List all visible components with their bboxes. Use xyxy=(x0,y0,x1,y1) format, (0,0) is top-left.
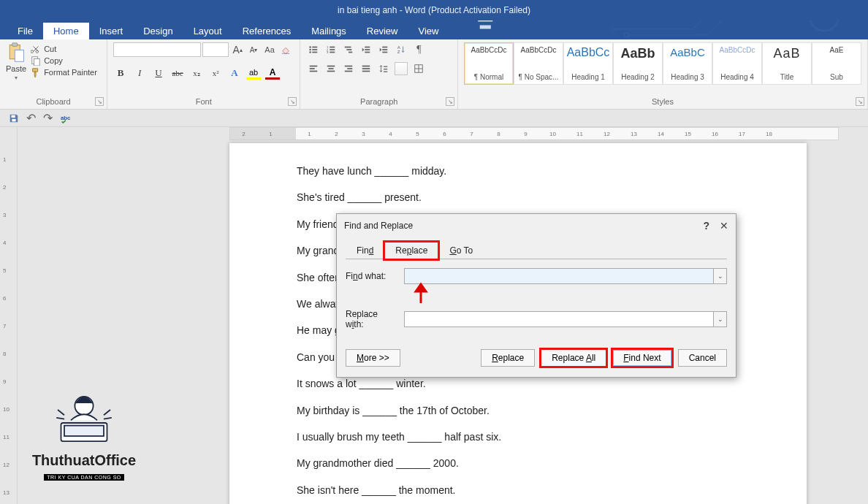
cancel-button[interactable]: Cancel xyxy=(678,349,727,367)
paste-icon xyxy=(6,42,26,63)
change-case-button[interactable]: Aa xyxy=(262,42,277,57)
replace-all-button[interactable]: Replace All xyxy=(541,349,606,367)
svg-rect-32 xyxy=(310,71,318,72)
quick-access-toolbar: ↶ ↷ abc xyxy=(0,110,868,127)
watermark-logo: ThuthuatOffice TRI KY CUA DAN CONG SO xyxy=(15,383,153,482)
styles-dialog-launcher[interactable]: ↘ xyxy=(856,97,864,106)
style-heading3[interactable]: AaBbCHeading 3 xyxy=(663,42,712,85)
close-button[interactable]: ✕ xyxy=(720,220,728,232)
find-replace-dialog: Find and Replace ? ✕ Find Replace Go To … xyxy=(336,213,736,378)
find-next-button[interactable]: Find Next xyxy=(612,349,671,367)
dialog-tab-find[interactable]: Find xyxy=(346,242,384,259)
svg-rect-49 xyxy=(12,118,15,121)
copy-button[interactable]: Copy xyxy=(31,56,97,66)
font-color-button[interactable]: A xyxy=(265,66,280,80)
styles-gallery[interactable]: AaBbCcDc¶ Normal AaBbCcDc¶ No Spac... Aa… xyxy=(464,42,861,85)
text-effects-button[interactable]: A xyxy=(227,66,242,80)
bold-button[interactable]: B xyxy=(113,66,128,80)
dialog-tab-replace[interactable]: Replace xyxy=(384,242,438,259)
style-heading4[interactable]: AaBbCcDcHeading 4 xyxy=(712,42,762,85)
redo-button[interactable]: ↷ xyxy=(43,111,53,125)
group-styles-label: Styles xyxy=(464,97,861,107)
undo-button[interactable]: ↶ xyxy=(26,111,36,125)
svg-rect-19 xyxy=(345,47,351,48)
style-heading2[interactable]: AaBbHeading 2 xyxy=(613,42,663,85)
font-name-input[interactable] xyxy=(113,42,201,57)
svg-rect-16 xyxy=(330,49,335,50)
find-what-label: Find what: xyxy=(346,271,398,281)
paragraph-dialog-launcher[interactable]: ↘ xyxy=(446,97,454,106)
tab-references[interactable]: References xyxy=(232,23,301,39)
paste-button[interactable]: Paste ▾ xyxy=(6,42,26,81)
doc-line: She isn't here ______ the moment. xyxy=(297,477,739,503)
multilevel-icon xyxy=(343,45,354,55)
find-what-input[interactable] xyxy=(405,269,713,283)
replace-button[interactable]: Replace xyxy=(481,349,535,367)
show-marks-button[interactable]: ¶ xyxy=(411,42,426,57)
clipboard-dialog-launcher[interactable]: ↘ xyxy=(95,97,104,106)
justify-button[interactable] xyxy=(359,61,373,76)
dialog-tab-goto[interactable]: Go To xyxy=(438,242,484,259)
borders-button[interactable] xyxy=(411,61,426,76)
help-button[interactable]: ? xyxy=(703,220,709,232)
numbering-button[interactable]: 123 xyxy=(324,42,338,57)
eraser-icon xyxy=(281,45,291,55)
underline-button[interactable]: U xyxy=(151,66,166,80)
tab-review[interactable]: Review xyxy=(357,23,408,39)
align-center-button[interactable] xyxy=(324,61,338,76)
tab-layout[interactable]: Layout xyxy=(183,23,232,39)
svg-rect-20 xyxy=(347,49,352,50)
bullets-button[interactable] xyxy=(306,42,321,57)
dec-indent-button[interactable] xyxy=(359,42,373,57)
tab-file[interactable]: File xyxy=(7,23,43,39)
highlight-button[interactable]: ab xyxy=(246,66,261,80)
spellcheck-icon[interactable]: abc xyxy=(60,113,70,123)
font-dialog-launcher[interactable]: ↘ xyxy=(288,97,297,106)
more-button[interactable]: More >> xyxy=(346,349,400,367)
cut-button[interactable]: Cut xyxy=(31,44,97,54)
replace-with-input[interactable] xyxy=(405,312,713,327)
align-right-icon xyxy=(343,64,354,74)
svg-rect-37 xyxy=(348,68,353,69)
save-icon[interactable] xyxy=(9,113,19,123)
sort-button[interactable]: AZ xyxy=(394,42,408,57)
align-left-button[interactable] xyxy=(306,61,321,76)
line-spacing-button[interactable] xyxy=(376,61,391,76)
italic-button[interactable]: I xyxy=(132,66,147,80)
tab-insert[interactable]: Insert xyxy=(89,23,134,39)
clear-format-button[interactable] xyxy=(278,42,293,57)
shading-icon xyxy=(395,62,408,75)
style-subtitle[interactable]: AaESub xyxy=(812,42,861,85)
font-size-input[interactable] xyxy=(202,42,229,57)
justify-icon xyxy=(361,64,371,74)
style-title[interactable]: AaBTitle xyxy=(762,42,812,85)
svg-rect-36 xyxy=(345,66,353,67)
subscript-button[interactable]: x₂ xyxy=(189,66,204,80)
align-right-button[interactable] xyxy=(341,61,356,76)
borders-icon xyxy=(414,64,424,74)
style-nospacing[interactable]: AaBbCcDc¶ No Spac... xyxy=(514,42,563,85)
tab-home[interactable]: Home xyxy=(43,23,89,39)
replace-dropdown[interactable]: ⌄ xyxy=(713,312,726,327)
format-painter-button[interactable]: Format Painter xyxy=(31,67,97,77)
grow-font-button[interactable]: A▴ xyxy=(230,42,245,57)
shading-button[interactable] xyxy=(394,61,408,76)
multilevel-button[interactable] xyxy=(341,42,356,57)
svg-rect-21 xyxy=(349,52,352,53)
shrink-font-button[interactable]: A▾ xyxy=(246,42,261,57)
svg-rect-39 xyxy=(362,66,370,67)
tab-mailings[interactable]: Mailings xyxy=(301,23,357,39)
find-dropdown[interactable]: ⌄ xyxy=(713,269,726,283)
style-heading1[interactable]: AaBbCcHeading 1 xyxy=(563,42,613,85)
strike-button[interactable]: abc xyxy=(170,66,185,80)
inc-indent-button[interactable] xyxy=(376,42,391,57)
tab-design[interactable]: Design xyxy=(133,23,183,39)
svg-line-57 xyxy=(104,418,112,419)
svg-rect-23 xyxy=(365,49,370,50)
svg-rect-43 xyxy=(384,69,387,69)
tab-view[interactable]: View xyxy=(408,23,449,39)
superscript-button[interactable]: x² xyxy=(208,66,223,80)
style-normal[interactable]: AaBbCcDc¶ Normal xyxy=(464,42,514,85)
svg-rect-4 xyxy=(15,50,23,62)
numbering-icon: 123 xyxy=(326,45,336,55)
